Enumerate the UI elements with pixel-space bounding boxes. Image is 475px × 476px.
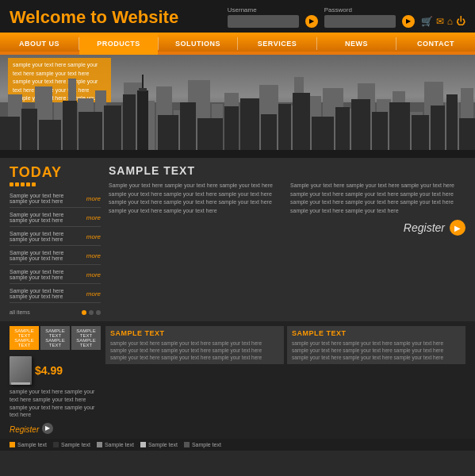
list-item-text: Sample your text here sample your text h… [10, 269, 83, 280]
header-right: Username ▶ Password ▶ 🛒 ✉ ⌂ ⏻ [228, 6, 465, 28]
bottom-tab-3[interactable]: SAMPLE TEXT SAMPLE TEXT [71, 326, 101, 350]
price-tag: $4.99 [35, 364, 63, 377]
panel-row: SAMPLE TEXT sample your text here sample… [105, 326, 465, 364]
svg-rect-50 [351, 99, 370, 158]
panel-2-text: sample your text here sample your text h… [292, 340, 461, 361]
list-item: Sample your text here sample your text h… [10, 288, 101, 303]
pag-dot-1[interactable] [82, 310, 86, 315]
header-top: Welcome to Website Username ▶ Password ▶… [10, 6, 465, 33]
bottom-tab-2[interactable]: SAMPLE TEXT SAMPLE TEXT [40, 326, 70, 350]
more-link-5[interactable]: more [86, 271, 101, 278]
home-icon[interactable]: ⌂ [447, 16, 453, 27]
main-section-title: SAMPLE TEXT [109, 164, 465, 177]
nav-about[interactable]: ABOUT US [0, 33, 79, 55]
more-link-4[interactable]: more [86, 252, 101, 259]
cart-icon[interactable]: 🛒 [421, 16, 433, 27]
legend-item-3: Sample text [97, 442, 134, 447]
password-go-btn[interactable]: ▶ [402, 15, 415, 28]
power-icon[interactable]: ⏻ [456, 16, 465, 27]
panel-1: SAMPLE TEXT sample your text here sample… [105, 326, 284, 364]
legend-text-4: Sample text [148, 442, 178, 447]
svg-rect-47 [293, 93, 310, 158]
svg-rect-41 [180, 102, 196, 158]
text-col-2: Sample your text here sample your text h… [290, 182, 465, 215]
more-link-2[interactable]: more [86, 214, 101, 221]
bottom-panels: SAMPLE TEXT sample your text here sample… [105, 326, 465, 434]
password-label: Password [324, 6, 396, 13]
city-skyline [0, 71, 475, 158]
dot-2 [15, 182, 19, 186]
username-go-btn[interactable]: ▶ [305, 15, 318, 28]
legend-item-2: Sample text [53, 442, 90, 447]
right-column: SAMPLE TEXT Sample your text here sample… [109, 164, 465, 315]
nav-services[interactable]: SERVICES [238, 33, 316, 55]
legend-dot-1 [10, 442, 15, 447]
panel-2-title: SAMPLE TEXT [292, 329, 461, 337]
left-column: TODAY Sample your text here sample your … [10, 164, 101, 315]
two-col-text: Sample your text here sample your text h… [109, 182, 465, 215]
list-item-text: Sample your text here sample your text h… [10, 193, 83, 204]
legend-dot-3 [97, 442, 102, 447]
nav-contact[interactable]: CONTACT [396, 33, 475, 55]
bottom-register-link[interactable]: Register [10, 425, 39, 434]
username-group: Username [228, 6, 299, 28]
more-link-3[interactable]: more [86, 233, 101, 240]
title-text: Welcome to [10, 7, 112, 27]
svg-rect-44 [240, 98, 259, 158]
list-item-text: Sample your text here sample your text h… [10, 250, 83, 261]
pagination [82, 310, 101, 315]
more-link-6[interactable]: more [86, 290, 101, 298]
panel-1-text: sample your text here sample your text h… [110, 340, 279, 361]
dot-1 [10, 182, 13, 186]
list-item: Sample your text here sample your text h… [10, 250, 101, 265]
list-item: Sample your text here sample your text h… [10, 193, 101, 208]
list-item-text: Sample your text here sample your text h… [10, 212, 83, 223]
legend-text-5: Sample text [192, 442, 221, 447]
bottom-section: SAMPLE TEXT SAMPLE TEXT SAMPLE TEXT SAMP… [0, 321, 475, 439]
pag-dot-3[interactable] [96, 310, 101, 315]
list-item-text: Sample your text here sample your text h… [10, 288, 83, 299]
legend-row: Sample text Sample text Sample text Samp… [0, 439, 475, 451]
email-icon[interactable]: ✉ [436, 16, 444, 27]
username-label: Username [228, 6, 299, 13]
bottom-tab-1[interactable]: SAMPLE TEXT SAMPLE TEXT [10, 326, 39, 350]
legend-text-2: Sample text [61, 442, 90, 447]
list-item: Sample your text here sample your text h… [10, 231, 101, 246]
password-input[interactable] [324, 15, 396, 28]
header: Welcome to Website Username ▶ Password ▶… [0, 0, 475, 33]
legend-dot-2 [53, 442, 59, 447]
list-item: Sample your text here sample your text h… [10, 269, 101, 284]
panel-1-title: SAMPLE TEXT [110, 329, 279, 337]
pag-dot-2[interactable] [89, 310, 94, 315]
nav-bar: ABOUT US PRODUCTS SOLUTIONS SERVICES NEW… [0, 33, 475, 55]
register-link[interactable]: Register [404, 221, 445, 234]
bottom-left: SAMPLE TEXT SAMPLE TEXT SAMPLE TEXT SAMP… [10, 326, 101, 434]
dot-5 [32, 182, 36, 186]
book-icon [10, 356, 32, 385]
price-area: $4.99 [35, 364, 63, 377]
bottom-register-area: Register ▶ [10, 422, 101, 434]
today-badge: TODAY [10, 164, 101, 181]
nav-solutions[interactable]: SOLUTIONS [159, 33, 237, 55]
legend-item-1: Sample text [10, 442, 47, 447]
username-input[interactable] [228, 15, 299, 28]
register-btn[interactable]: ▶ [450, 220, 465, 236]
main-content: TODAY Sample your text here sample your … [0, 158, 475, 321]
title-highlight: Website [112, 7, 178, 27]
bottom-register-btn[interactable]: ▶ [42, 423, 53, 434]
dot-3 [21, 182, 25, 186]
nav-products[interactable]: PRODUCTS [79, 33, 158, 55]
svg-rect-46 [278, 104, 291, 158]
legend-text-3: Sample text [105, 442, 134, 447]
bottom-tabs: SAMPLE TEXT SAMPLE TEXT SAMPLE TEXT SAMP… [10, 326, 101, 350]
panel-2: SAMPLE TEXT sample your text here sample… [287, 326, 465, 364]
all-items-link[interactable]: all items [10, 309, 30, 315]
legend-dot-5 [184, 442, 190, 447]
nav-news[interactable]: NEWS [317, 33, 396, 55]
svg-rect-36 [123, 94, 136, 158]
today-dots [10, 182, 101, 186]
legend-dot-4 [140, 442, 146, 447]
more-link-1[interactable]: more [86, 195, 101, 202]
list-items: Sample your text here sample your text h… [10, 193, 101, 303]
header-icons: 🛒 ✉ ⌂ ⏻ [421, 16, 465, 27]
